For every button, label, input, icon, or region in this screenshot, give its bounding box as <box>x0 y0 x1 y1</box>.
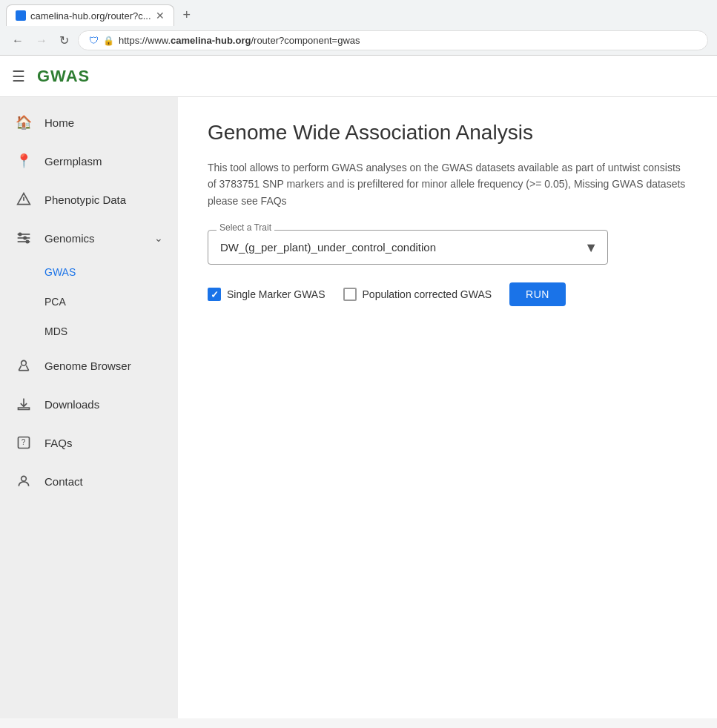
single-marker-option[interactable]: ✓ Single Marker GWAS <box>208 288 326 301</box>
page-title: Genome Wide Association Analysis <box>208 121 687 145</box>
forward-button[interactable]: → <box>33 31 50 50</box>
active-tab[interactable]: camelina-hub.org/router?c... ✕ <box>6 4 174 26</box>
main-layout: 🏠 Home 📍 Germplasm Phenotypic Data <box>0 97 717 718</box>
url-domain: camelina-hub.org <box>171 35 251 46</box>
sidebar-item-label-contact: Contact <box>44 475 163 488</box>
hamburger-menu-button[interactable]: ☰ <box>12 67 25 85</box>
checkmark-icon: ✓ <box>211 289 219 300</box>
refresh-button[interactable]: ↻ <box>56 30 72 50</box>
url-text: https://www.camelina-hub.org/router?comp… <box>119 35 360 46</box>
sidebar-item-contact[interactable]: Contact <box>0 462 178 500</box>
home-icon: 🏠 <box>15 113 33 131</box>
sidebar: 🏠 Home 📍 Germplasm Phenotypic Data <box>0 97 178 718</box>
sidebar-item-phenotypic[interactable]: Phenotypic Data <box>0 180 178 219</box>
sidebar-item-label-faqs: FAQs <box>44 437 163 449</box>
sidebar-item-home[interactable]: 🏠 Home <box>0 103 178 142</box>
svg-point-6 <box>24 236 26 239</box>
population-corrected-option[interactable]: Population corrected GWAS <box>343 288 492 301</box>
url-bar[interactable]: 🛡 🔒 https://www.camelina-hub.org/router?… <box>78 30 708 50</box>
contact-icon <box>15 472 33 490</box>
tab-close-button[interactable]: ✕ <box>156 10 165 21</box>
app-bar: ☰ GWAS <box>0 56 717 97</box>
app-container: ☰ GWAS 🏠 Home 📍 Germplasm Phen <box>0 56 717 718</box>
sidebar-item-mds[interactable]: MDS <box>0 317 178 346</box>
sidebar-item-label-genomics: Genomics <box>44 232 142 245</box>
genome-browser-icon <box>15 357 33 374</box>
single-marker-checkbox[interactable]: ✓ <box>208 288 221 301</box>
sidebar-item-label-germplasm: Germplasm <box>44 155 163 168</box>
url-prefix: https://www. <box>119 35 171 46</box>
sidebar-item-label-home: Home <box>44 116 163 129</box>
description-text: This tool allows to perform GWAS analyse… <box>208 159 687 209</box>
population-corrected-label: Population corrected GWAS <box>363 288 492 300</box>
app-title: GWAS <box>37 67 90 86</box>
tab-title: camelina-hub.org/router?c... <box>30 10 151 21</box>
svg-text:?: ? <box>22 438 26 446</box>
expand-icon: ⌄ <box>154 232 163 244</box>
downloads-icon <box>15 395 33 413</box>
svg-point-8 <box>22 360 27 365</box>
genomics-icon <box>15 229 33 247</box>
tab-favicon <box>16 10 26 21</box>
sidebar-item-germplasm[interactable]: 📍 Germplasm <box>0 142 178 180</box>
tab-bar: camelina-hub.org/router?c... ✕ + <box>0 0 717 26</box>
population-corrected-checkbox[interactable] <box>343 288 357 301</box>
sidebar-item-genomics[interactable]: Genomics ⌄ <box>0 219 178 257</box>
lock-icon: 🔒 <box>103 36 114 46</box>
svg-point-7 <box>26 240 28 242</box>
sidebar-item-label-genome-browser: Genome Browser <box>44 360 163 372</box>
run-button[interactable]: RUN <box>509 282 566 306</box>
trait-selector-container: Select a Trait DW_(g_per_plant)_under_co… <box>208 230 608 265</box>
svg-line-9 <box>19 365 21 371</box>
back-button[interactable]: ← <box>9 31 27 50</box>
single-marker-label: Single Marker GWAS <box>227 288 326 300</box>
url-suffix: /router?component=gwas <box>251 35 360 46</box>
sidebar-item-downloads[interactable]: Downloads <box>0 385 178 423</box>
shield-icon: 🛡 <box>89 35 99 46</box>
svg-point-5 <box>19 233 21 235</box>
trait-select[interactable]: DW_(g_per_plant)_under_control_condition <box>208 230 608 265</box>
browser-chrome: camelina-hub.org/router?c... ✕ + ← → ↻ 🛡… <box>0 0 717 56</box>
sidebar-item-label-mds: MDS <box>44 325 67 337</box>
svg-line-10 <box>26 365 28 371</box>
sidebar-item-gwas[interactable]: GWAS <box>0 257 178 287</box>
content-area: Genome Wide Association Analysis This to… <box>178 97 717 718</box>
analysis-options: ✓ Single Marker GWAS Population correcte… <box>208 282 687 306</box>
phenotypic-icon <box>15 191 33 208</box>
germplasm-icon: 📍 <box>15 152 33 170</box>
sidebar-item-label-pca: PCA <box>44 296 66 308</box>
new-tab-button[interactable]: + <box>177 4 197 26</box>
sidebar-item-label-gwas: GWAS <box>44 266 76 278</box>
sidebar-item-pca[interactable]: PCA <box>0 287 178 317</box>
faqs-icon: ? <box>15 434 33 451</box>
address-bar: ← → ↻ 🛡 🔒 https://www.camelina-hub.org/r… <box>0 26 717 55</box>
sidebar-item-faqs[interactable]: ? FAQs <box>0 423 178 462</box>
svg-point-14 <box>22 476 27 481</box>
sidebar-item-genome-browser[interactable]: Genome Browser <box>0 346 178 385</box>
trait-selector-label: Select a Trait <box>217 222 274 233</box>
sidebar-item-label-phenotypic: Phenotypic Data <box>44 193 163 206</box>
sidebar-item-label-downloads: Downloads <box>44 398 163 411</box>
